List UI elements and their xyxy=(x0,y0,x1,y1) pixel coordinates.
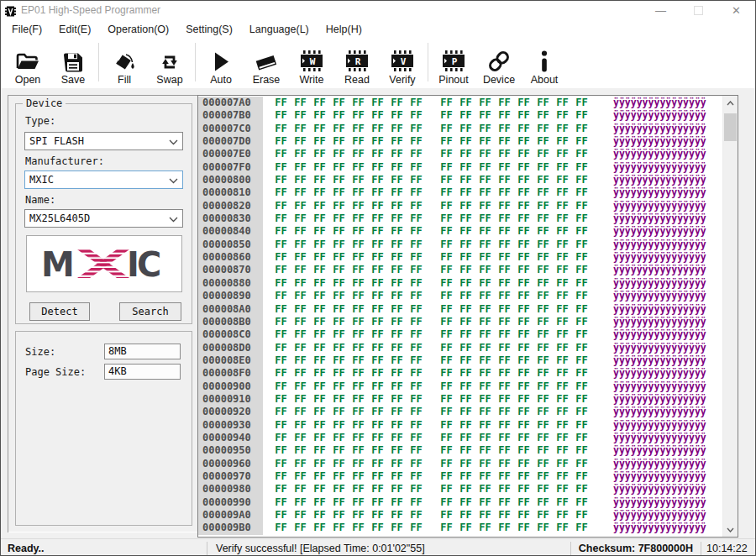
hex-byte-cell[interactable]: FF xyxy=(479,380,491,393)
hex-byte-cell[interactable]: FF xyxy=(440,239,453,251)
hex-byte-cell[interactable]: FF xyxy=(371,123,384,135)
hex-byte-cell[interactable]: FF xyxy=(498,419,511,432)
hex-byte-cell[interactable]: FF xyxy=(275,174,287,186)
hex-byte-cell[interactable]: FF xyxy=(313,290,326,302)
hex-byte-cell[interactable]: FF xyxy=(294,393,307,406)
hex-byte-cell[interactable]: FF xyxy=(517,239,530,251)
hex-byte-cell[interactable]: FF xyxy=(479,367,491,380)
hex-byte-cell[interactable]: FF xyxy=(479,522,491,534)
hex-byte-cell[interactable]: FF xyxy=(440,444,453,457)
hex-byte-cell[interactable]: FF xyxy=(479,354,491,367)
hex-byte-cell[interactable]: FF xyxy=(410,303,423,316)
hex-byte-cell[interactable]: FF xyxy=(440,393,453,406)
hex-byte-cell[interactable]: FF xyxy=(440,354,453,367)
hex-byte-cell[interactable]: FF xyxy=(575,109,588,122)
hex-byte-cell[interactable]: FF xyxy=(498,290,511,302)
read-button[interactable]: R Read xyxy=(334,39,380,86)
hex-byte-cell[interactable]: FF xyxy=(459,303,472,316)
hex-byte-cell[interactable]: FF xyxy=(575,225,588,238)
hex-byte-cell[interactable]: FF xyxy=(537,483,549,496)
hex-byte-cell[interactable]: FF xyxy=(479,200,491,212)
hex-byte-cell[interactable]: FF xyxy=(537,225,549,238)
hex-byte-cell[interactable]: FF xyxy=(479,470,491,483)
hex-byte-cell[interactable]: FF xyxy=(294,328,307,341)
hex-byte-cell[interactable]: FF xyxy=(313,316,326,328)
hex-byte-cell[interactable]: FF xyxy=(556,419,569,432)
hex-byte-cell[interactable]: FF xyxy=(352,264,365,276)
hex-byte-cell[interactable]: FF xyxy=(333,251,345,264)
hex-byte-cell[interactable]: FF xyxy=(352,277,365,290)
hex-byte-cell[interactable]: FF xyxy=(275,290,287,302)
hex-byte-cell[interactable]: FF xyxy=(275,97,287,109)
hex-byte-cell[interactable]: FF xyxy=(440,316,453,328)
hex-byte-cell[interactable]: FF xyxy=(391,354,403,367)
hex-byte-cell[interactable]: FF xyxy=(352,123,365,135)
scroll-up-button[interactable] xyxy=(723,96,738,110)
hex-byte-cell[interactable]: FF xyxy=(498,200,511,212)
hex-byte-cell[interactable]: FF xyxy=(498,496,511,509)
hex-byte-cell[interactable]: FF xyxy=(537,470,549,483)
hex-byte-cell[interactable]: FF xyxy=(294,97,307,109)
hex-byte-cell[interactable]: FF xyxy=(410,174,423,186)
hex-byte-cell[interactable]: FF xyxy=(294,522,307,534)
hex-byte-cell[interactable]: FF xyxy=(479,328,491,341)
hex-byte-cell[interactable]: FF xyxy=(498,225,511,238)
hex-byte-cell[interactable]: FF xyxy=(459,393,472,406)
hex-byte-cell[interactable]: FF xyxy=(275,444,287,457)
hex-byte-cell[interactable]: FF xyxy=(537,419,549,432)
hex-byte-cell[interactable]: FF xyxy=(410,251,423,264)
hex-byte-cell[interactable]: FF xyxy=(440,174,453,186)
hex-byte-cell[interactable]: FF xyxy=(313,354,326,367)
hex-byte-cell[interactable]: FF xyxy=(575,97,588,109)
hex-byte-cell[interactable]: FF xyxy=(537,277,549,290)
hex-byte-cell[interactable]: FF xyxy=(517,97,530,109)
hex-byte-cell[interactable]: FF xyxy=(517,277,530,290)
hex-byte-cell[interactable]: FF xyxy=(294,432,307,444)
hex-byte-cell[interactable]: FF xyxy=(479,186,491,199)
hex-byte-cell[interactable]: FF xyxy=(313,123,326,135)
hex-byte-cell[interactable]: FF xyxy=(391,303,403,316)
hex-byte-cell[interactable]: FF xyxy=(313,367,326,380)
hex-byte-cell[interactable]: FF xyxy=(498,367,511,380)
hex-byte-cell[interactable]: FF xyxy=(410,444,423,457)
menu-help[interactable]: Help(H) xyxy=(318,21,370,38)
hex-byte-cell[interactable]: FF xyxy=(479,419,491,432)
hex-byte-cell[interactable]: FF xyxy=(575,496,588,509)
hex-byte-cell[interactable]: FF xyxy=(479,264,491,276)
hex-byte-cell[interactable]: FF xyxy=(479,444,491,457)
hex-byte-cell[interactable]: FF xyxy=(410,200,423,212)
hex-byte-cell[interactable]: FF xyxy=(333,186,345,199)
hex-byte-cell[interactable]: FF xyxy=(440,148,453,160)
hex-byte-cell[interactable]: FF xyxy=(556,212,569,225)
hex-byte-cell[interactable]: FF xyxy=(556,496,569,509)
hex-byte-cell[interactable]: FF xyxy=(575,483,588,496)
hex-byte-cell[interactable]: FF xyxy=(352,509,365,522)
hex-byte-cell[interactable]: FF xyxy=(479,161,491,174)
about-button[interactable]: About xyxy=(522,39,567,86)
hex-byte-cell[interactable]: FF xyxy=(556,342,569,354)
hex-byte-cell[interactable]: FF xyxy=(410,148,423,160)
hex-byte-cell[interactable]: FF xyxy=(459,483,472,496)
hex-byte-cell[interactable]: FF xyxy=(459,264,472,276)
hex-byte-cell[interactable]: FF xyxy=(537,509,549,522)
hex-byte-cell[interactable]: FF xyxy=(391,277,403,290)
hex-byte-cell[interactable]: FF xyxy=(498,303,511,316)
hex-byte-cell[interactable]: FF xyxy=(556,186,569,199)
hex-scrollbar[interactable] xyxy=(722,96,738,537)
hex-byte-cell[interactable]: FF xyxy=(556,174,569,186)
hex-byte-cell[interactable]: FF xyxy=(459,328,472,341)
hex-byte-cell[interactable]: FF xyxy=(410,393,423,406)
hex-byte-cell[interactable]: FF xyxy=(479,148,491,160)
hex-byte-cell[interactable]: FF xyxy=(333,432,345,444)
hex-byte-cell[interactable]: FF xyxy=(275,393,287,406)
hex-byte-cell[interactable]: FF xyxy=(517,303,530,316)
hex-byte-cell[interactable]: FF xyxy=(275,316,287,328)
hex-byte-cell[interactable]: FF xyxy=(517,186,530,199)
hex-byte-cell[interactable]: FF xyxy=(575,239,588,251)
hex-byte-cell[interactable]: FF xyxy=(498,135,511,148)
hex-byte-cell[interactable]: FF xyxy=(391,200,403,212)
hex-byte-cell[interactable]: FF xyxy=(313,393,326,406)
hex-byte-cell[interactable]: FF xyxy=(275,225,287,238)
hex-byte-cell[interactable]: FF xyxy=(575,509,588,522)
hex-byte-cell[interactable]: FF xyxy=(313,148,326,160)
